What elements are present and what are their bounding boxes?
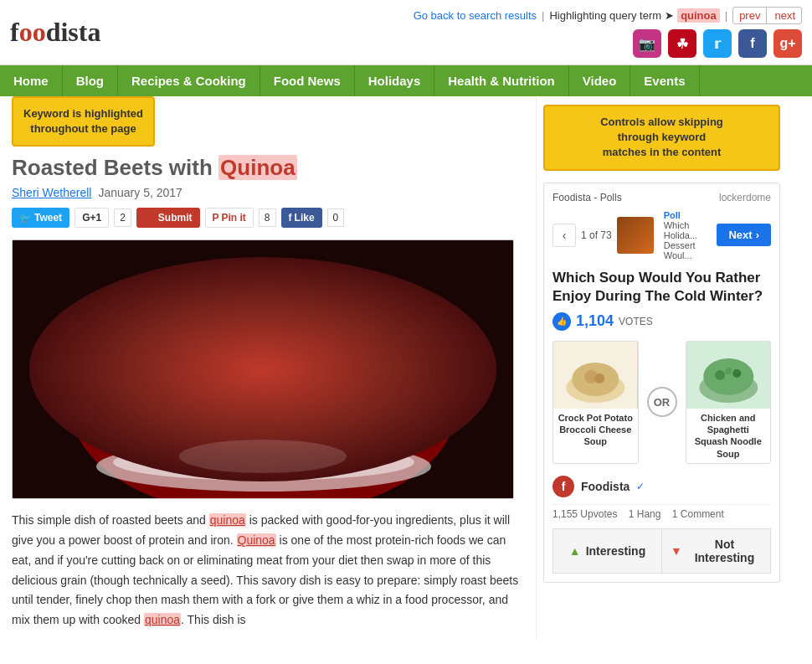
svg-point-10	[262, 373, 282, 393]
svg-point-23	[594, 373, 604, 383]
poll-widget: Foodista - Polls lockerdome ‹ 1 of 73 Po…	[543, 183, 780, 583]
article-body: This simple dish of roasted beets and qu…	[12, 511, 524, 631]
interesting-button[interactable]: ▲ Interesting	[552, 528, 661, 574]
svg-point-5	[264, 378, 398, 454]
brand-name: Foodista	[581, 480, 630, 493]
site-logo[interactable]: foodista	[10, 17, 100, 48]
twitter-icon[interactable]: 𝕣	[703, 29, 732, 58]
pin-count: 8	[259, 208, 276, 227]
left-annotation: Keyword is highlightedthroughout the pag…	[12, 96, 155, 147]
svg-point-3	[239, 349, 356, 433]
pin-icon: P	[213, 212, 219, 224]
poll-page-info: 1 of 73	[581, 229, 612, 241]
right-annotation-area: Controls allow skippingthrough keywordma…	[543, 105, 780, 174]
nav-blog[interactable]: Blog	[63, 65, 118, 96]
brand-stats: 1,155 Upvotes 1 Hang 1 Comment	[552, 508, 771, 520]
nav-recipes[interactable]: Recipes & Cooking	[118, 65, 260, 96]
like-button[interactable]: f Like	[281, 208, 322, 228]
poll-navigation: ‹ 1 of 73 Poll Which Holida... Dessert W…	[552, 210, 771, 260]
downvote-icon: ▼	[671, 544, 682, 558]
svg-point-27	[715, 370, 725, 380]
interest-buttons: ▲ Interesting ▼ Not Interesting	[552, 528, 771, 574]
interesting-label: Interesting	[586, 544, 646, 558]
twitter-bird-icon: 🐦	[19, 212, 32, 224]
article-image	[12, 239, 514, 499]
votes-label: VOTES	[619, 316, 653, 327]
option-2-image	[686, 342, 771, 409]
option-1-label: Crock Pot Potato Broccoli Cheese Soup	[553, 409, 638, 451]
article-content: Keyword is highlightedthroughout the pag…	[0, 96, 536, 639]
header-right: Go back to search results | Highlighting…	[414, 7, 802, 58]
pinterest-icon[interactable]: ☘	[668, 29, 696, 58]
main-wrapper: Keyword is highlightedthroughout the pag…	[0, 96, 812, 639]
svg-point-29	[725, 368, 732, 374]
prev-button[interactable]: prev	[733, 8, 767, 23]
facebook-icon[interactable]: f	[738, 29, 767, 58]
beet-image-svg	[13, 240, 514, 499]
poll-option-2[interactable]: Chicken and Spaghetti Squash Noodle Soup	[686, 341, 772, 464]
poll-options: Crock Pot Potato Broccoli Cheese Soup OR	[552, 341, 771, 464]
poll-thumbnail	[617, 217, 654, 254]
google-plus-button[interactable]: G+1	[75, 208, 109, 228]
poll-next-button[interactable]: Next ›	[717, 224, 771, 246]
poll-prev-arrow[interactable]: ‹	[552, 224, 576, 247]
keyword-annotation-box: Keyword is highlightedthroughout the pag…	[12, 96, 155, 147]
instagram-icon[interactable]: 📷	[633, 29, 661, 58]
option-1-image	[553, 342, 638, 409]
svg-point-12	[113, 444, 414, 481]
poll-or-divider: OR	[644, 341, 681, 464]
brand-section: f Foodista ✓	[552, 476, 771, 505]
svg-point-9	[240, 355, 270, 385]
nav-food-news[interactable]: Food News	[260, 65, 355, 96]
svg-point-2	[172, 349, 322, 450]
article-date: January 5, 2017	[98, 186, 182, 199]
nav-health[interactable]: Health & Nutrition	[434, 65, 569, 96]
logo-oo: oo	[19, 17, 46, 47]
tweet-button[interactable]: 🐦 Tweet	[12, 208, 69, 228]
nav-home[interactable]: Home	[0, 65, 63, 96]
inline-highlight-2: Quinoa	[237, 533, 276, 547]
page-header: foodista Go back to search results | Hig…	[0, 0, 812, 65]
poll-label: Poll	[664, 210, 707, 220]
like-count: 0	[327, 208, 345, 227]
stumble-icon	[144, 212, 156, 224]
gplus-count: 2	[114, 208, 131, 227]
svg-point-14	[241, 388, 245, 392]
poll-preview: Which Holida... Dessert Woul...	[664, 220, 707, 260]
social-icons: 📷 ☘ 𝕣 f g+	[633, 29, 802, 58]
svg-point-16	[266, 386, 270, 389]
submit-button[interactable]: Submit	[136, 208, 200, 228]
svg-point-26	[703, 358, 753, 395]
verified-badge: ✓	[636, 481, 645, 492]
share-bar: 🐦 Tweet G+1 2 Submit P Pin it 8 f Like 0	[12, 208, 524, 228]
votes-icon: 👍	[552, 312, 571, 331]
article-title: Roasted Beets with Quinoa	[12, 155, 524, 181]
back-to-results-link[interactable]: Go back to search results	[414, 9, 537, 22]
nav-events[interactable]: Events	[630, 65, 699, 96]
poll-preview-text: Poll Which Holida... Dessert Woul...	[659, 210, 712, 260]
pin-button[interactable]: P Pin it	[205, 208, 254, 228]
nav-holidays[interactable]: Holidays	[355, 65, 435, 96]
nav-video[interactable]: Video	[569, 65, 631, 96]
hang-stat: 1 Hang	[629, 508, 661, 520]
svg-point-15	[253, 399, 258, 404]
option-2-label: Chicken and Spaghetti Squash Noodle Soup	[686, 409, 771, 463]
poll-question: Which Soup Would You Rather Enjoy During…	[552, 269, 771, 306]
controls-annotation-box: Controls allow skippingthrough keywordma…	[543, 105, 780, 171]
next-button[interactable]: next	[768, 8, 801, 23]
article-author[interactable]: Sheri Wetherell	[12, 186, 91, 199]
inline-highlight-1: quinoa	[209, 513, 246, 527]
not-interesting-button[interactable]: ▼ Not Interesting	[661, 528, 771, 574]
poll-option-1[interactable]: Crock Pot Potato Broccoli Cheese Soup	[552, 341, 639, 464]
inline-highlight-3: quinoa	[144, 613, 181, 626]
svg-point-13	[228, 393, 233, 398]
poll-header: Foodista - Polls lockerdome	[552, 192, 771, 203]
upvote-icon: ▲	[569, 544, 581, 558]
facebook-like-icon: f	[289, 212, 292, 224]
query-term: quinoa	[677, 8, 720, 23]
svg-point-8	[276, 358, 335, 399]
poll-votes: 👍 1,104 VOTES	[552, 312, 771, 331]
highlight-bar: Highlighting query term ➤ quinoa	[549, 8, 719, 23]
google-plus-icon[interactable]: g+	[773, 29, 802, 58]
highlight-label: Highlighting query term	[549, 9, 661, 22]
